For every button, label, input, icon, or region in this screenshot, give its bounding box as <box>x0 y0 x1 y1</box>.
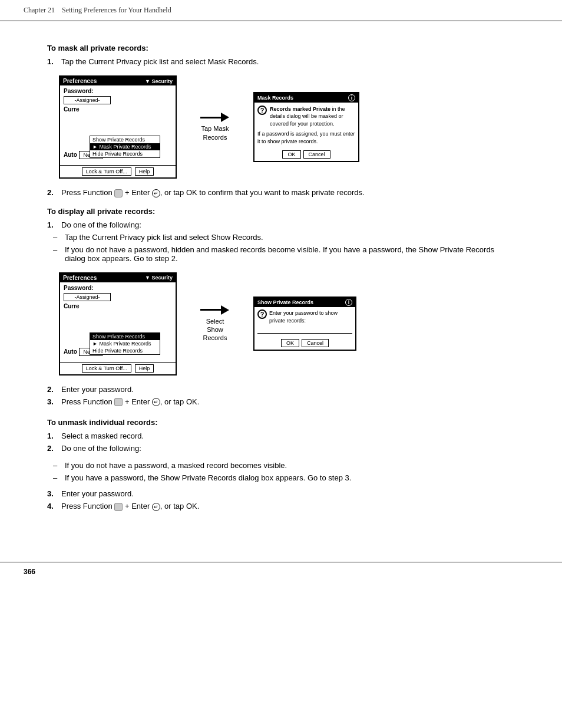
show-dialog: Show Private Records i ? Enter your pass… <box>253 297 356 351</box>
enter-icon-3 <box>152 503 160 511</box>
help-btn-2[interactable]: Help <box>135 364 154 373</box>
mask-step-1: 1. Tap the Current Privacy pick list and… <box>47 57 515 66</box>
prefs-title-bar-1: Preferences ▼ Security <box>60 77 176 85</box>
prefs-title-2: Preferences <box>63 275 97 281</box>
figure-mask-container: Preferences ▼ Security Password: -Assign… <box>59 75 515 179</box>
display-step-3: 3. Press Function + Enter , or tap OK. <box>47 397 515 407</box>
header-separator <box>55 6 62 15</box>
prefs-password-row-1: Password: <box>64 88 172 94</box>
mask-dialog-text1: Records marked Private in the details di… <box>270 106 355 128</box>
arrow-head-mask <box>221 113 229 122</box>
mask-step2-list: 2. Press Function + Enter , or tap OK to… <box>47 188 515 197</box>
content-area: To mask all private records: 1. Tap the … <box>0 21 562 538</box>
show-ok-btn[interactable]: OK <box>281 339 299 347</box>
prefs-current-row-2: Curre Show Private Records ► Mask Privat… <box>64 303 172 331</box>
page-footer: 366 <box>0 562 562 581</box>
show-password-input[interactable] <box>257 327 352 334</box>
show-dialog-question-icon: ? <box>257 309 267 319</box>
dropdown-menu-2[interactable]: Show Private Records ► Mask Private Reco… <box>90 332 160 355</box>
figure-show-container: Preferences ▼ Security Password: -Assign… <box>59 272 515 375</box>
menu-mask-private-2[interactable]: ► Mask Private Records <box>90 340 160 347</box>
mask-dialog-row1: ? Records marked Private in the details … <box>257 106 355 128</box>
unmask-step-2: 2. Do one of the following: – If you do … <box>47 444 515 486</box>
unmask-step-2-text: Do one of the following: <box>61 444 515 453</box>
menu-hide-private-1[interactable]: Hide Private Records <box>90 150 160 157</box>
show-dialog-body: ? Enter your password to show private re… <box>254 307 355 338</box>
dropdown-menu-1[interactable]: Show Private Records ► Mask Private Reco… <box>90 136 160 158</box>
arrow-label-mask: Tap MaskRecords <box>189 113 242 141</box>
header-chapter: Chapter 21 <box>24 6 55 15</box>
unmask-steps: 1. Select a masked record. 2. Do one of … <box>47 431 515 511</box>
prefs-security-2: ▼ Security <box>145 275 173 281</box>
unmask-step-1: 1. Select a masked record. <box>47 431 515 440</box>
menu-show-private-2[interactable]: Show Private Records <box>90 333 160 340</box>
mask-dialog-body: ? Records marked Private in the details … <box>254 103 358 150</box>
page-container: Chapter 21 Setting Preferences for Your … <box>0 0 562 728</box>
prefs-title-bar-2: Preferences ▼ Security <box>60 274 176 282</box>
prefs-assigned-row-2: -Assigned- <box>64 293 172 301</box>
prefs-password-label-1: Password: <box>64 88 94 94</box>
arrow-line-show <box>200 309 221 311</box>
enter-icon-2 <box>152 398 160 406</box>
prefs-body-2: Password: -Assigned- Curre Show Private … <box>60 282 176 362</box>
display-bullet-1-text: Tap the Current Privacy pick list and se… <box>65 233 263 242</box>
unmask-step-1-text: Select a masked record. <box>61 431 515 440</box>
help-btn-1[interactable]: Help <box>135 167 154 176</box>
display-bullet-2: – If you do not have a password, hidden … <box>53 245 515 263</box>
lock-turn-off-btn-1[interactable]: Lock & Turn Off... <box>82 167 131 176</box>
prefs-assigned-row-1: -Assigned- <box>64 96 172 104</box>
display-section-heading: To display all private records: <box>47 207 515 216</box>
arrow-mask <box>200 113 230 122</box>
mask-section-heading: To mask all private records: <box>47 44 515 52</box>
tap-mask-label: Tap MaskRecords <box>201 124 229 141</box>
select-show-label: SelectShowRecords <box>203 317 227 342</box>
prefs-current-label-2: Curre <box>64 303 80 309</box>
mask-dialog-footer: OK Cancel <box>254 149 358 161</box>
show-cancel-btn[interactable]: Cancel <box>302 339 329 347</box>
display-steps: 1. Do one of the following: <box>47 220 515 229</box>
arrow-label-show: SelectShowRecords <box>189 305 242 342</box>
mask-dialog-title-text: Mask Records <box>257 95 293 101</box>
figure-mask: Preferences ▼ Security Password: -Assign… <box>47 75 515 179</box>
prefs-assigned-value-2: -Assigned- <box>64 293 111 301</box>
display-bullet-2-text: If you do not have a password, hidden an… <box>65 245 515 263</box>
show-dialog-text: Enter your password to show private reco… <box>269 309 352 324</box>
mask-cancel-btn[interactable]: Cancel <box>303 150 330 159</box>
function-icon-3 <box>114 503 123 511</box>
menu-mask-private-1[interactable]: ► Mask Private Records <box>90 143 160 150</box>
display-step-1-text: Do one of the following: <box>61 220 515 229</box>
mask-dialog: Mask Records i ? Records marked Private … <box>253 92 359 163</box>
unmask-step-3: 3. Enter your password. <box>47 489 515 498</box>
unmask-step-4: 4. Press Function + Enter , or tap OK. <box>47 502 515 511</box>
prefs-title-1: Preferences <box>63 78 97 84</box>
show-dialog-title: Show Private Records i <box>254 298 355 307</box>
prefs-auto-label-2: Auto <box>64 348 77 355</box>
unmask-sub-list: – If you do not have a password, a maske… <box>53 461 515 486</box>
mask-dialog-text2: If a password is assigned, you must ente… <box>257 130 355 145</box>
page-header: Chapter 21 Setting Preferences for Your … <box>0 0 562 21</box>
show-dialog-title-text: Show Private Records <box>257 299 313 305</box>
prefs-password-label-2: Password: <box>64 285 94 291</box>
prefs-body-1: Password: -Assigned- Curre Show Private … <box>60 85 176 165</box>
display-sub-list: – Tap the Current Privacy pick list and … <box>53 233 515 263</box>
display-step-1: 1. Do one of the following: <box>47 220 515 229</box>
prefs-password-row-2: Password: <box>64 285 172 291</box>
mask-step-2-text: Press Function + Enter , or tap OK to co… <box>61 188 515 197</box>
mask-ok-btn[interactable]: OK <box>282 150 300 159</box>
function-icon-2 <box>114 398 123 406</box>
unmask-section-heading: To unmask individual records: <box>47 418 515 427</box>
function-icon-1 <box>114 189 123 197</box>
unmask-bullet-2-text: If you have a password, the Show Private… <box>65 473 351 482</box>
mask-step-1-text: Tap the Current Privacy pick list and se… <box>61 57 515 66</box>
mask-dialog-info-icon: i <box>348 94 355 101</box>
prefs-panel-1: Preferences ▼ Security Password: -Assign… <box>59 75 177 179</box>
show-dialog-footer: OK Cancel <box>254 338 355 350</box>
prefs-security-1: ▼ Security <box>145 78 173 84</box>
display-step-2-text: Enter your password. <box>61 385 515 394</box>
lock-turn-off-btn-2[interactable]: Lock & Turn Off... <box>82 364 131 373</box>
menu-show-private-1[interactable]: Show Private Records <box>90 136 160 143</box>
prefs-assigned-value-1: -Assigned- <box>64 96 111 104</box>
prefs-auto-label-1: Auto <box>64 151 77 158</box>
menu-hide-private-2[interactable]: Hide Private Records <box>90 347 160 354</box>
prefs-current-row-1: Curre Show Private Records ► Mask Privat… <box>64 106 172 134</box>
